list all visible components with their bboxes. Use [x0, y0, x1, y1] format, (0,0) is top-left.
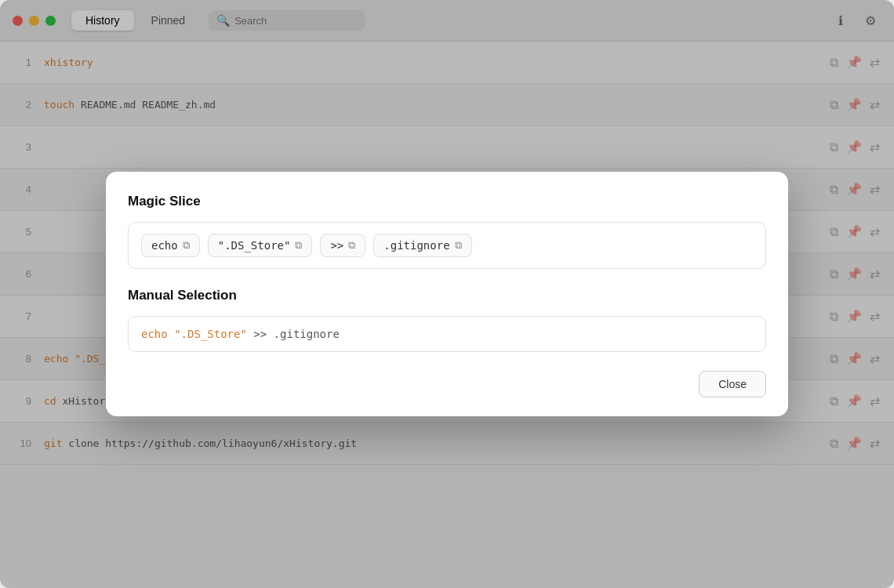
close-modal-button[interactable]: Close [699, 371, 766, 397]
magic-slice-title: Magic Slice [128, 194, 766, 209]
copy-icon: ⧉ [348, 239, 355, 252]
manual-selection-container: echo ".DS_Store" >> .gitignore [128, 316, 766, 352]
token-label: echo [151, 239, 178, 252]
manual-command: echo ".DS_Store" >> .gitignore [141, 328, 340, 340]
slice-token-gitignore[interactable]: .gitignore ⧉ [373, 234, 471, 257]
copy-icon: ⧉ [455, 239, 462, 252]
token-label: >> [330, 239, 343, 252]
token-label: ".DS_Store" [218, 239, 291, 252]
copy-icon: ⧉ [295, 239, 302, 252]
modal-footer: Close [128, 371, 766, 397]
main-window: History Pinned 🔍 ℹ ⚙ 1 xhistory ⧉ 📌 ⇄ [0, 0, 894, 588]
magic-slice-modal: Magic Slice echo ⧉ ".DS_Store" ⧉ >> ⧉ .g… [106, 172, 788, 416]
magic-slice-tokens-container: echo ⧉ ".DS_Store" ⧉ >> ⧉ .gitignore ⧉ [128, 222, 766, 269]
slice-token-ds-store[interactable]: ".DS_Store" ⧉ [208, 234, 313, 257]
manual-selection-title: Manual Selection [128, 288, 766, 303]
slice-token-redirect[interactable]: >> ⧉ [320, 234, 365, 257]
token-label: .gitignore [383, 239, 449, 252]
modal-overlay: Magic Slice echo ⧉ ".DS_Store" ⧉ >> ⧉ .g… [0, 0, 894, 588]
slice-token-echo[interactable]: echo ⧉ [141, 234, 200, 257]
copy-icon: ⧉ [183, 239, 190, 252]
